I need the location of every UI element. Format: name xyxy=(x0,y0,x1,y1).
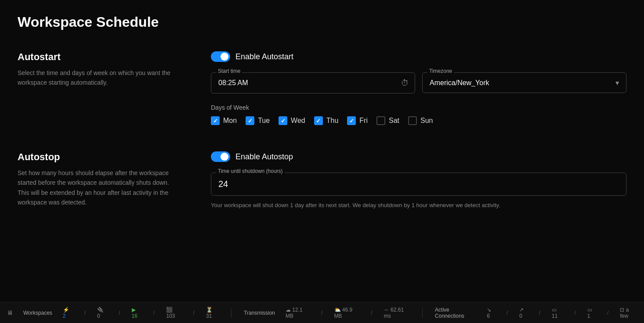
ws-stop: ⬛ 103 xyxy=(166,307,181,319)
page-title: Workspace Schedule xyxy=(18,14,626,30)
autostop-description: Set how many hours should elapse after t… xyxy=(18,168,176,208)
start-time-wrapper: ⏱ xyxy=(211,72,415,93)
days-of-week-label: Days of Week xyxy=(211,104,626,111)
day-sat-checkbox[interactable] xyxy=(376,116,385,125)
conn-last: ⊡ a few xyxy=(620,307,637,319)
autostart-toggle-track xyxy=(211,51,230,62)
timezone-select[interactable]: America/New_York America/Los_Angeles Eur… xyxy=(422,72,626,93)
autostart-left: Autostart Select the time and days of we… xyxy=(18,51,176,125)
hours-input-wrapper xyxy=(211,172,626,196)
day-wed-label: Wed xyxy=(291,117,305,125)
shutdown-info: Your workspace will shut down 1 day afte… xyxy=(211,201,626,210)
autostop-toggle-thumb xyxy=(221,153,228,161)
workspaces-label: Workspaces xyxy=(23,310,52,316)
day-thu-label: Thu xyxy=(326,117,339,125)
timezone-label: Timezone xyxy=(427,68,454,74)
transmission-label: Transmission xyxy=(244,310,275,316)
tx-latency: ↔ 62.61 ms xyxy=(384,307,410,319)
day-thu-checkbox[interactable] xyxy=(314,116,323,125)
autostart-toggle[interactable] xyxy=(211,51,230,62)
timezone-field-group: Timezone America/New_York America/Los_An… xyxy=(422,72,626,93)
day-wed[interactable]: Wed xyxy=(279,116,305,125)
tx-up: ☁ 12.1 MB xyxy=(286,307,310,319)
start-time-label: Start time xyxy=(216,68,242,74)
tx-down: ⛅ 46.9 MB xyxy=(334,307,360,319)
status-bar: 🖥 Workspaces ⚡ 2 / 🔌 0 / ▶ 16 / ⬛ 103 / … xyxy=(0,302,644,323)
hours-input[interactable] xyxy=(211,172,626,196)
conn-ws: ▭ 11 xyxy=(552,307,563,319)
day-mon[interactable]: Mon xyxy=(211,116,237,125)
day-tue-checkbox[interactable] xyxy=(246,116,254,125)
conn-in: ↘ 6 xyxy=(487,307,495,319)
autostop-left: Autostop Set how many hours should elaps… xyxy=(18,151,176,210)
main-content: Workspace Schedule Autostart Select the … xyxy=(0,0,644,302)
day-mon-checkbox[interactable] xyxy=(211,116,220,125)
hours-label: Time until shutdown (hours) xyxy=(216,168,285,174)
hours-field-group: Time until shutdown (hours) xyxy=(211,172,626,196)
ws-count: ⚡ 2 xyxy=(63,307,73,319)
autostop-toggle[interactable] xyxy=(211,151,230,162)
autostop-section: Autostop Set how many hours should elaps… xyxy=(18,151,626,210)
day-tue[interactable]: Tue xyxy=(246,116,270,125)
timezone-select-wrapper: America/New_York America/Los_Angeles Eur… xyxy=(422,72,626,93)
day-fri-label: Fri xyxy=(359,117,368,125)
day-sun-label: Sun xyxy=(420,117,433,125)
status-divider-1 xyxy=(231,309,232,317)
day-sat-label: Sat xyxy=(389,117,399,125)
day-mon-label: Mon xyxy=(223,117,237,125)
start-time-input[interactable] xyxy=(211,72,415,93)
autostop-right: Enable Autostop Time until shutdown (hou… xyxy=(211,151,626,210)
conn-other: ▭ 1 xyxy=(587,307,596,319)
autostart-section: Autostart Select the time and days of we… xyxy=(18,51,626,125)
days-row: Mon Tue Wed Thu xyxy=(211,116,626,125)
status-divider-2 xyxy=(422,309,423,317)
autostart-right: Enable Autostart Start time ⏱ Timezone A… xyxy=(211,51,626,125)
autostart-toggle-thumb xyxy=(221,53,228,61)
autostart-description: Select the time and days of week on whic… xyxy=(18,68,176,88)
day-fri[interactable]: Fri xyxy=(347,116,368,125)
ws-run: ▶ 16 xyxy=(132,307,142,319)
day-sun-checkbox[interactable] xyxy=(408,116,417,125)
autostop-toggle-track xyxy=(211,151,230,162)
autostop-enable-label: Enable Autostop xyxy=(235,152,293,162)
ws-off: 🔌 0 xyxy=(97,307,107,319)
day-wed-checkbox[interactable] xyxy=(279,116,287,125)
day-fri-checkbox[interactable] xyxy=(347,116,356,125)
days-of-week-section: Days of Week Mon Tue Wed xyxy=(211,104,626,125)
day-thu[interactable]: Thu xyxy=(314,116,339,125)
autostart-title: Autostart xyxy=(18,51,176,63)
day-tue-label: Tue xyxy=(258,117,270,125)
autostop-enable-row: Enable Autostop xyxy=(211,151,626,162)
day-sun[interactable]: Sun xyxy=(408,116,433,125)
day-sat[interactable]: Sat xyxy=(376,116,399,125)
workspace-icon: 🖥 xyxy=(7,309,13,316)
connections-label: Active Connections xyxy=(435,307,476,319)
ws-pend: ⏳ 31 xyxy=(206,307,219,319)
autostart-enable-label: Enable Autostart xyxy=(235,52,293,61)
autostop-title: Autostop xyxy=(18,151,176,163)
start-time-field-group: Start time ⏱ xyxy=(211,72,415,93)
conn-out: ↗ 0 xyxy=(519,307,527,319)
autostart-fields-row: Start time ⏱ Timezone America/New_York A… xyxy=(211,72,626,93)
autostart-enable-row: Enable Autostart xyxy=(211,51,626,62)
